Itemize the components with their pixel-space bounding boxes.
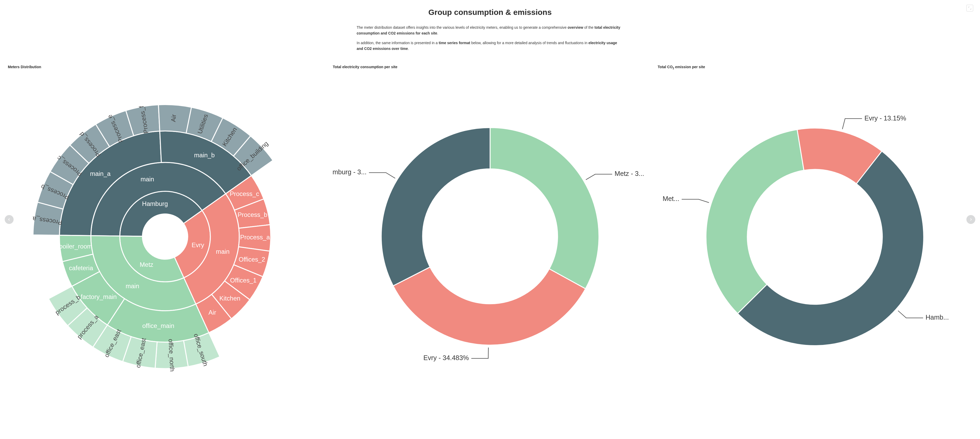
chart-consumption: Total electricity consumption per site M… <box>330 65 650 388</box>
intro-text-span: . <box>437 31 438 35</box>
svg-text:boiler_room: boiler_room <box>59 242 92 250</box>
svg-text:Metz: Metz <box>140 261 153 268</box>
intro-text-span: . <box>408 46 409 51</box>
svg-text:main: main <box>216 248 229 255</box>
svg-text:Air: Air <box>170 114 177 122</box>
donut-label: Evry - 34.483% <box>423 354 469 361</box>
donut-label: Metz - 3... <box>614 170 644 177</box>
intro-text-span: In addition, the same information is pre… <box>356 41 439 45</box>
intro-text-span: below, allowing for a more detailed anal… <box>470 41 588 45</box>
donut-label: Hamburg - 3... <box>333 168 367 176</box>
next-button[interactable] <box>966 215 975 224</box>
donut-slice[interactable] <box>490 128 599 289</box>
chart-sunburst: Meters Distribution Hamburgmainmain_aPro… <box>5 65 325 388</box>
svg-text:Kitchen: Kitchen <box>220 295 240 302</box>
chart-title: Meters Distribution <box>8 65 322 69</box>
page-title: Group consumption & emissions <box>0 8 980 17</box>
expand-icon <box>968 6 972 10</box>
svg-text:Hamburg: Hamburg <box>142 200 168 207</box>
svg-text:Air: Air <box>208 309 216 316</box>
chart-emission: Total CO2 emission per site Hamb...Met..… <box>655 65 975 388</box>
chart-title: Total electricity consumption per site <box>333 65 648 69</box>
svg-text:main: main <box>126 282 139 290</box>
svg-text:Process_a: Process_a <box>240 234 270 241</box>
donut-emission-svg[interactable]: Hamb...Met...Evry - 13.15% <box>658 74 972 388</box>
intro-text: The meter distribution dataset offers in… <box>346 25 634 52</box>
svg-text:main: main <box>140 175 154 182</box>
svg-text:Evry: Evry <box>192 241 204 248</box>
donut-consumption-svg[interactable]: Metz - 3...Evry - 34.483%Hamburg - 3... <box>333 73 648 388</box>
chevron-right-icon <box>969 218 973 221</box>
chart-title-span: emission per site <box>674 65 705 69</box>
svg-text:Process_b: Process_b <box>238 211 267 218</box>
svg-text:cafeteria: cafeteria <box>69 265 93 271</box>
svg-text:office_main: office_main <box>142 322 174 329</box>
svg-text:Process_c: Process_c <box>230 190 259 197</box>
donut-label: Hamb... <box>926 314 949 321</box>
svg-text:Offices_1: Offices_1 <box>230 277 256 284</box>
intro-bold: overview <box>568 25 583 30</box>
intro-text-span: of the <box>583 25 595 30</box>
donut-slice[interactable] <box>393 267 585 345</box>
chart-title: Total CO2 emission per site <box>658 65 972 70</box>
svg-text:factory_main: factory_main <box>81 293 117 300</box>
svg-text:main_b: main_b <box>194 152 215 158</box>
chart-title-span: Total CO <box>658 65 673 69</box>
chevron-left-icon <box>7 218 11 221</box>
svg-text:Offices_2: Offices_2 <box>239 256 265 263</box>
expand-button[interactable] <box>966 5 973 11</box>
donut-slice[interactable] <box>381 128 490 286</box>
intro-bold: time series format <box>439 41 470 45</box>
sunburst-svg[interactable]: Hamburgmainmain_aProcess_aProcess_bProce… <box>8 73 322 388</box>
prev-button[interactable] <box>5 215 14 224</box>
donut-label: Evry - 13.15% <box>864 114 906 122</box>
donut-slice[interactable] <box>706 130 804 314</box>
svg-text:main_a: main_a <box>90 170 111 177</box>
intro-text-span: The meter distribution dataset offers in… <box>356 25 568 30</box>
donut-label: Met... <box>663 195 679 203</box>
